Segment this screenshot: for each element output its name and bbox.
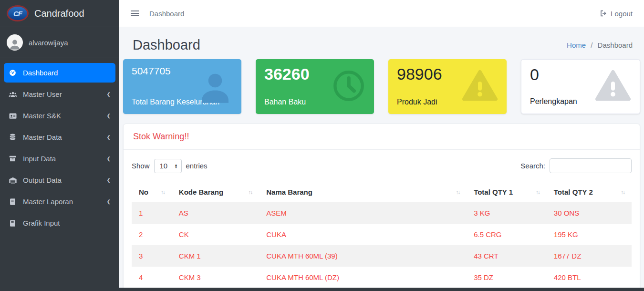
cell-qty2: 1677 DZ: [547, 245, 632, 267]
cell-qty2: 30 ONS: [547, 202, 632, 224]
column-header-total-qty-2[interactable]: Total QTY 2↑↓: [547, 182, 632, 202]
sidebar-item-label: Master Data: [23, 133, 62, 141]
user-panel: alvarowijaya: [0, 27, 119, 58]
table-controls: Show 10 ▲▼ entries Search:: [132, 158, 632, 173]
select-arrows-icon: ▲▼: [175, 164, 178, 168]
cell-kode: CKM 1: [172, 245, 259, 267]
id-card-icon: [9, 112, 23, 120]
logout-button[interactable]: Logout: [600, 10, 633, 18]
book-icon: [9, 219, 23, 227]
tachometer-icon: [9, 69, 23, 77]
chevron-left-icon: ❮: [107, 135, 111, 140]
cell-qty1: 3 KG: [467, 202, 547, 224]
box-icon: [9, 155, 23, 163]
cell-kode: AS: [172, 202, 259, 224]
warning-icon: [594, 67, 632, 107]
topbar-dashboard-link[interactable]: Dashboard: [149, 10, 184, 18]
cell-no: 4: [132, 267, 172, 288]
column-header-nama-barang[interactable]: Nama Barang↑↓: [259, 182, 467, 202]
show-label: Show: [132, 162, 150, 170]
cell-kode: CK: [172, 224, 259, 245]
person-icon: [8, 37, 21, 51]
breadcrumb-current: Dashboard: [598, 41, 633, 49]
avatar: [7, 34, 23, 51]
logout-label: Logout: [611, 10, 633, 18]
panel-header: Stok Warning!!: [124, 124, 640, 150]
clock-icon: [331, 68, 366, 105]
cell-qty2: 195 KG: [547, 224, 632, 245]
page-length-select[interactable]: 10 ▲▼: [154, 159, 182, 173]
warehouse-icon: [9, 176, 23, 185]
cell-no: 1: [132, 202, 172, 224]
column-header-total-qty-1[interactable]: Total QTY 1↑↓: [467, 182, 547, 202]
stok-warning-table: No↑↓ Kode Barang↑↓ Nama Barang↑↓ Total Q…: [132, 182, 632, 288]
breadcrumb: Home / Dashboard: [567, 41, 633, 49]
sidebar-item-label: Master User: [23, 90, 62, 98]
table-header-row: No↑↓ Kode Barang↑↓ Nama Barang↑↓ Total Q…: [132, 182, 632, 202]
sidebar-item-label: Output Data: [23, 176, 62, 184]
sidebar-nav: Dashboard Master User ❮ Master S&K ❮ Mas…: [0, 58, 119, 239]
column-header-no[interactable]: No↑↓: [132, 182, 172, 202]
cell-nama: CUKA MTH 60ML (39): [259, 245, 467, 267]
brand-name: Candrafood: [34, 8, 84, 19]
breadcrumb-separator: /: [591, 41, 592, 49]
chevron-left-icon: ❮: [107, 92, 111, 97]
panel-title: Stok Warning!!: [133, 132, 630, 142]
cell-qty1: 35 DZ: [467, 267, 547, 288]
cell-nama: ASEM: [259, 202, 467, 224]
sidebar-item-master-user[interactable]: Master User ❮: [4, 84, 115, 104]
sidebar-item-label: Grafik Input: [23, 219, 60, 227]
topbar: Dashboard Logout: [119, 0, 644, 27]
search-label: Search:: [520, 162, 545, 170]
sidebar-toggle-icon[interactable]: [131, 10, 139, 16]
table-row: 1 AS ASEM 3 KG 30 ONS: [132, 202, 632, 224]
sidebar-item-output-data[interactable]: Output Data ❮: [4, 170, 115, 190]
page-title: Dashboard: [133, 37, 200, 53]
book-icon: [9, 198, 23, 206]
sidebar-item-label: Dashboard: [23, 69, 58, 77]
sidebar-item-label: Master S&K: [23, 112, 61, 120]
sidebar-item-label: Master Laporan: [23, 197, 73, 206]
chevron-left-icon: ❮: [107, 177, 111, 183]
breadcrumb-home-link[interactable]: Home: [567, 41, 586, 49]
cell-qty1: 43 CRT: [467, 245, 547, 267]
sort-icon: ↑↓: [248, 189, 252, 196]
bottom-strip: [0, 288, 644, 291]
stat-cards-row: 5047705 Total Barang Keseluruhan 36260 B…: [119, 59, 644, 114]
panel-body: Show 10 ▲▼ entries Search: No↑↓ Kode: [124, 150, 640, 291]
cell-no: 3: [132, 245, 172, 267]
cell-qty2: 420 BTL: [547, 267, 632, 288]
sidebar-item-label: Input Data: [23, 155, 56, 163]
stat-card-perlengkapan: 0 Perlengkapan: [521, 59, 640, 114]
sidebar-item-master-data[interactable]: Master Data ❮: [4, 127, 115, 147]
search-input[interactable]: [550, 158, 632, 173]
cell-kode: CKM 3: [172, 267, 259, 288]
stat-card-produk-jadi: 98906 Produk Jadi: [388, 59, 507, 114]
sidebar-item-grafik-input[interactable]: Grafik Input: [4, 213, 115, 233]
brand[interactable]: CF Candrafood: [0, 0, 119, 27]
sort-icon: ↑↓: [621, 189, 624, 196]
sort-icon: ↑↓: [456, 189, 459, 196]
content-header: Dashboard Home / Dashboard: [119, 27, 644, 59]
sidebar-item-master-sk[interactable]: Master S&K ❮: [4, 106, 115, 125]
table-row: 2 CK CUKA 6.5 CRG 195 KG: [132, 224, 632, 245]
cell-nama: CUKA MTH 60ML (DZ): [259, 267, 467, 288]
chevron-left-icon: ❮: [107, 199, 111, 204]
search-group: Search:: [520, 158, 632, 173]
brand-logo-icon: CF: [7, 5, 29, 21]
cell-nama: CUKA: [259, 224, 467, 245]
sidebar-item-master-laporan[interactable]: Master Laporan ❮: [4, 192, 115, 211]
chevron-left-icon: ❮: [107, 156, 111, 161]
sidebar-item-input-data[interactable]: Input Data ❮: [4, 149, 115, 168]
page-length-value: 10: [160, 162, 168, 170]
stat-card-bahan-baku: 36260 Bahan Baku: [256, 59, 374, 114]
chevron-left-icon: ❮: [107, 113, 111, 118]
sort-icon: ↑↓: [161, 189, 165, 196]
table-row: 4 CKM 3 CUKA MTH 60ML (DZ) 35 DZ 420 BTL: [132, 267, 632, 288]
column-header-kode-barang[interactable]: Kode Barang↑↓: [172, 182, 259, 202]
sidebar-item-dashboard[interactable]: Dashboard: [4, 63, 115, 83]
stok-warning-panel: Stok Warning!! Show 10 ▲▼ entries Search…: [123, 124, 640, 291]
table-row: 3 CKM 1 CUKA MTH 60ML (39) 43 CRT 1677 D…: [132, 245, 632, 267]
user-icon: [197, 67, 234, 106]
users-icon: [9, 90, 23, 99]
